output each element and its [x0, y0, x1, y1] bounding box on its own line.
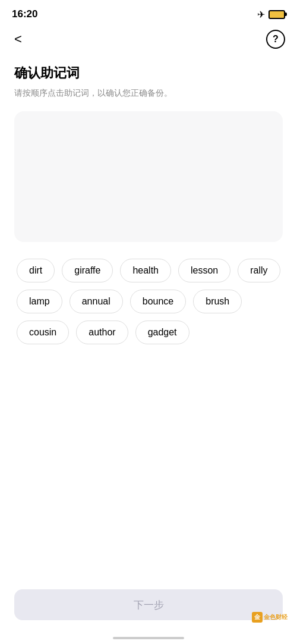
- word-chip-brush[interactable]: brush: [193, 290, 242, 313]
- page-content: 确认助记词 请按顺序点击助记词，以确认您正确备份。 dirtgiraffehea…: [0, 52, 297, 356]
- word-chip-rally[interactable]: rally: [238, 259, 280, 282]
- word-chip-giraffe[interactable]: giraffe: [62, 259, 113, 282]
- home-indicator: [113, 637, 184, 639]
- status-time: 16:20: [12, 8, 37, 20]
- word-chip-gadget[interactable]: gadget: [135, 321, 189, 344]
- help-button[interactable]: ?: [266, 30, 285, 49]
- mnemonic-display-area: [14, 111, 283, 242]
- page-subtitle: 请按顺序点击助记词，以确认您正确备份。: [14, 87, 283, 99]
- word-chip-cousin[interactable]: cousin: [17, 321, 69, 344]
- next-button[interactable]: 下一步: [14, 589, 283, 620]
- word-chip-lesson[interactable]: lesson: [178, 259, 230, 282]
- watermark-icon: 金: [252, 612, 263, 623]
- word-chip-lamp[interactable]: lamp: [17, 290, 62, 313]
- word-chip-bounce[interactable]: bounce: [130, 290, 187, 313]
- word-chip-dirt[interactable]: dirt: [17, 259, 55, 282]
- word-chip-annual[interactable]: annual: [69, 290, 123, 313]
- word-grid: dirtgiraffehealthlessonrallylampannualbo…: [14, 259, 283, 344]
- word-chip-health[interactable]: health: [120, 259, 171, 282]
- watermark-text: 金色财经: [264, 613, 287, 621]
- status-icons: ✈: [257, 9, 285, 20]
- watermark: 金 金色财经: [252, 612, 287, 623]
- status-bar: 16:20 ✈: [0, 0, 297, 26]
- airplane-icon: ✈: [257, 9, 265, 20]
- page-title: 确认助记词: [14, 64, 283, 82]
- battery-icon: [268, 10, 285, 19]
- word-chip-author[interactable]: author: [76, 321, 128, 344]
- back-button[interactable]: <: [12, 30, 24, 48]
- nav-bar: < ?: [0, 26, 297, 52]
